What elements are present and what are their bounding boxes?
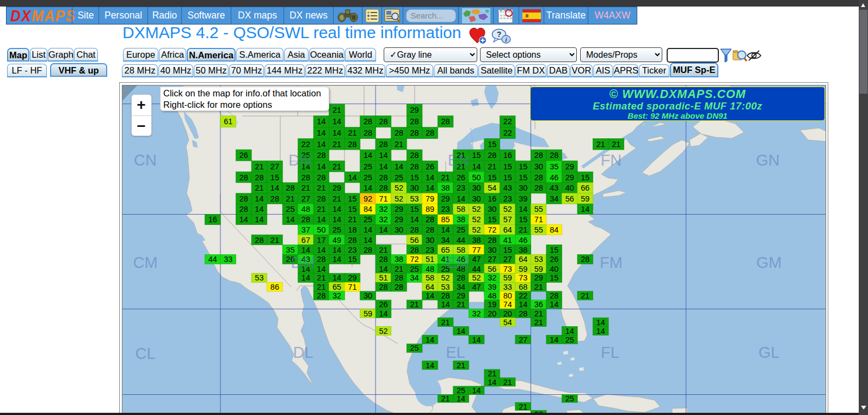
- svg-text:15: 15: [348, 205, 356, 213]
- svg-text:25: 25: [565, 394, 574, 403]
- svg-text:29: 29: [441, 194, 450, 203]
- svg-text:89: 89: [426, 205, 434, 213]
- svg-text:27: 27: [519, 335, 527, 344]
- svg-text:35: 35: [550, 162, 558, 171]
- svg-text:32: 32: [472, 309, 481, 318]
- svg-text:68: 68: [519, 283, 527, 291]
- svg-text:14: 14: [519, 300, 527, 309]
- svg-text:72: 72: [410, 255, 419, 264]
- svg-text:15: 15: [550, 246, 558, 254]
- svg-text:15: 15: [519, 173, 527, 182]
- svg-text:28: 28: [301, 173, 310, 182]
- svg-text:26: 26: [550, 255, 558, 264]
- svg-text:FL: FL: [601, 344, 619, 361]
- svg-text:14: 14: [426, 361, 434, 370]
- svg-text:21: 21: [333, 194, 341, 203]
- svg-text:25: 25: [457, 225, 465, 234]
- svg-text:14: 14: [457, 194, 465, 203]
- svg-text:21: 21: [534, 309, 543, 318]
- svg-text:21: 21: [457, 361, 465, 370]
- svg-text:40: 40: [565, 184, 574, 192]
- svg-text:DL: DL: [293, 344, 313, 361]
- svg-text:17: 17: [317, 236, 325, 245]
- svg-text:38: 38: [441, 184, 450, 192]
- svg-text:38: 38: [519, 246, 527, 254]
- svg-text:44: 44: [208, 255, 217, 264]
- svg-text:21: 21: [457, 300, 465, 309]
- svg-text:55: 55: [534, 225, 543, 234]
- svg-text:30: 30: [364, 291, 372, 300]
- svg-text:64: 64: [426, 283, 434, 291]
- svg-text:43: 43: [503, 184, 512, 192]
- svg-text:21: 21: [596, 140, 605, 149]
- svg-text:25: 25: [286, 205, 294, 213]
- svg-text:14: 14: [472, 335, 481, 344]
- svg-text:CL: CL: [135, 345, 155, 362]
- svg-text:25: 25: [395, 173, 403, 182]
- svg-text:15: 15: [488, 140, 496, 149]
- svg-text:53: 53: [410, 194, 419, 203]
- svg-text:14: 14: [379, 225, 387, 234]
- svg-text:21: 21: [270, 236, 279, 245]
- svg-text:48: 48: [426, 265, 434, 273]
- svg-text:86: 86: [270, 283, 279, 291]
- svg-text:14: 14: [364, 236, 372, 245]
- svg-text:28: 28: [348, 236, 356, 245]
- svg-text:20: 20: [488, 309, 496, 318]
- svg-text:30: 30: [519, 184, 527, 192]
- svg-text:CN: CN: [134, 151, 157, 169]
- svg-text:39: 39: [488, 283, 496, 291]
- svg-text:32: 32: [333, 291, 341, 300]
- svg-text:59: 59: [534, 265, 543, 273]
- svg-text:64: 64: [519, 255, 527, 264]
- svg-text:30: 30: [395, 225, 403, 234]
- svg-text:28: 28: [239, 173, 248, 182]
- svg-text:15: 15: [472, 151, 481, 160]
- svg-text:14: 14: [395, 162, 403, 171]
- svg-text:28: 28: [519, 309, 527, 318]
- svg-text:58: 58: [426, 273, 434, 282]
- svg-text:25: 25: [364, 162, 372, 171]
- svg-text:21: 21: [441, 318, 450, 327]
- svg-text:DM: DM: [291, 254, 315, 271]
- svg-text:28: 28: [457, 273, 465, 282]
- svg-text:16: 16: [488, 194, 496, 203]
- svg-text:15: 15: [488, 215, 496, 224]
- svg-text:21: 21: [612, 140, 620, 149]
- svg-text:50: 50: [472, 173, 481, 182]
- svg-text:53: 53: [255, 273, 263, 282]
- svg-text:14: 14: [457, 327, 465, 335]
- svg-text:14: 14: [457, 394, 465, 403]
- svg-text:21: 21: [317, 283, 325, 291]
- svg-text:25: 25: [364, 173, 372, 182]
- svg-text:30: 30: [534, 162, 543, 171]
- svg-text:GL: GL: [759, 344, 780, 361]
- svg-text:28: 28: [364, 246, 372, 254]
- svg-text:34: 34: [457, 283, 465, 291]
- svg-text:15: 15: [270, 173, 279, 182]
- svg-text:14: 14: [379, 265, 387, 273]
- svg-text:58: 58: [457, 205, 465, 213]
- svg-text:15: 15: [519, 162, 527, 171]
- svg-text:28: 28: [270, 194, 279, 203]
- svg-text:39: 39: [519, 194, 527, 203]
- svg-text:14: 14: [317, 117, 325, 126]
- svg-text:14: 14: [348, 173, 356, 182]
- svg-text:27: 27: [488, 255, 496, 264]
- svg-text:46: 46: [550, 173, 558, 182]
- svg-text:26: 26: [426, 162, 434, 171]
- svg-text:67: 67: [301, 236, 310, 245]
- svg-text:37: 37: [301, 225, 310, 234]
- svg-text:14: 14: [317, 246, 325, 254]
- svg-text:29: 29: [333, 184, 341, 192]
- svg-text:22: 22: [503, 117, 512, 126]
- svg-text:35: 35: [286, 246, 294, 254]
- svg-text:52: 52: [379, 327, 387, 335]
- svg-text:14: 14: [317, 140, 325, 149]
- svg-text:15: 15: [348, 255, 356, 264]
- svg-text:DN: DN: [288, 151, 311, 169]
- svg-text:21: 21: [534, 283, 543, 291]
- svg-text:28: 28: [348, 140, 356, 149]
- svg-text:21: 21: [255, 162, 263, 171]
- svg-text:28: 28: [239, 205, 248, 213]
